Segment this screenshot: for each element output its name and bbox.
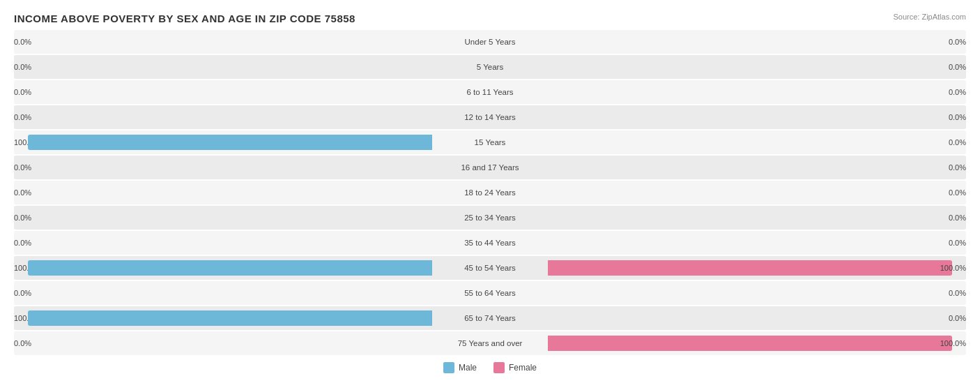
left-section: 100.0% (14, 306, 432, 330)
female-value: 0.0% (949, 38, 966, 46)
left-section: 0.0% (14, 206, 432, 230)
bar-row: 100.0% 45 to 54 Years 100.0% (14, 256, 966, 280)
left-section: 100.0% (14, 130, 432, 154)
left-section: 0.0% (14, 80, 432, 104)
bar-row: 0.0% 6 to 11 Years 0.0% (14, 80, 966, 104)
row-label: 6 to 11 Years (432, 88, 548, 96)
bar-row: 0.0% Under 5 Years 0.0% (14, 30, 966, 54)
row-label: 55 to 64 Years (432, 289, 548, 297)
bar-row: 0.0% 5 Years 0.0% (14, 55, 966, 79)
right-section: 0.0% (548, 130, 966, 154)
bar-row: 0.0% 25 to 34 Years 0.0% (14, 206, 966, 230)
chart-title: INCOME ABOVE POVERTY BY SEX AND AGE IN Z… (14, 13, 966, 24)
right-section: 0.0% (548, 206, 966, 230)
female-value: 0.0% (949, 213, 966, 222)
legend-female: Female (493, 362, 537, 373)
female-value: 0.0% (949, 63, 966, 71)
male-bar (28, 135, 432, 150)
male-value: 0.0% (14, 213, 31, 222)
row-label: Under 5 Years (432, 38, 548, 46)
left-section: 0.0% (14, 55, 432, 79)
bar-row: 0.0% 16 and 17 Years 0.0% (14, 156, 966, 179)
female-legend-label: Female (509, 363, 537, 373)
bar-row: 0.0% 55 to 64 Years 0.0% (14, 281, 966, 305)
row-label: 45 to 54 Years (432, 264, 548, 272)
bar-row: 100.0% 65 to 74 Years 0.0% (14, 306, 966, 330)
male-bar (28, 310, 432, 326)
left-section: 100.0% (14, 256, 432, 280)
female-bar (548, 336, 952, 351)
female-value: 0.0% (949, 138, 966, 147)
female-value: 0.0% (949, 163, 966, 172)
rows-area: 0.0% Under 5 Years 0.0% 0.0% 5 Years 0.0… (14, 30, 966, 355)
right-section: 100.0% (548, 256, 966, 280)
left-section: 0.0% (14, 231, 432, 255)
left-section: 0.0% (14, 331, 432, 355)
row-label: 35 to 44 Years (432, 239, 548, 247)
right-section: 0.0% (548, 105, 966, 129)
female-value: 0.0% (949, 188, 966, 197)
female-value: 0.0% (949, 314, 966, 322)
female-legend-box (493, 362, 505, 373)
row-label: 15 Years (432, 138, 548, 147)
right-section: 100.0% (548, 331, 966, 355)
left-section: 0.0% (14, 105, 432, 129)
row-label: 18 to 24 Years (432, 188, 548, 197)
row-label: 65 to 74 Years (432, 314, 548, 322)
left-section: 0.0% (14, 181, 432, 204)
right-section: 0.0% (548, 181, 966, 204)
row-label: 25 to 34 Years (432, 213, 548, 222)
female-value: 100.0% (940, 339, 966, 347)
male-value: 0.0% (14, 63, 31, 71)
right-section: 0.0% (548, 80, 966, 104)
legend: Male Female (14, 362, 966, 373)
male-value: 0.0% (14, 239, 31, 247)
right-section: 0.0% (548, 30, 966, 54)
male-value: 0.0% (14, 113, 31, 121)
male-value: 0.0% (14, 163, 31, 172)
male-value: 0.0% (14, 88, 31, 96)
left-section: 0.0% (14, 156, 432, 179)
right-section: 0.0% (548, 281, 966, 305)
row-label: 75 Years and over (432, 339, 548, 347)
row-label: 5 Years (432, 63, 548, 71)
bar-row: 100.0% 15 Years 0.0% (14, 130, 966, 154)
row-label: 12 to 14 Years (432, 113, 548, 121)
female-value: 0.0% (949, 239, 966, 247)
female-bar (548, 260, 952, 276)
female-value: 0.0% (949, 289, 966, 297)
right-section: 0.0% (548, 156, 966, 179)
chart-container: INCOME ABOVE POVERTY BY SEX AND AGE IN Z… (0, 0, 980, 390)
right-section: 0.0% (548, 55, 966, 79)
male-value: 0.0% (14, 38, 31, 46)
female-value: 0.0% (949, 113, 966, 121)
bar-row: 0.0% 18 to 24 Years 0.0% (14, 181, 966, 204)
male-value: 0.0% (14, 339, 31, 347)
left-section: 0.0% (14, 30, 432, 54)
bar-row: 0.0% 12 to 14 Years 0.0% (14, 105, 966, 129)
row-label: 16 and 17 Years (432, 163, 548, 172)
male-value: 0.0% (14, 188, 31, 197)
female-value: 0.0% (949, 88, 966, 96)
source-text: Source: ZipAtlas.com (893, 13, 966, 21)
right-section: 0.0% (548, 306, 966, 330)
female-value: 100.0% (940, 264, 966, 272)
bar-row: 0.0% 35 to 44 Years 0.0% (14, 231, 966, 255)
left-section: 0.0% (14, 281, 432, 305)
legend-male: Male (443, 362, 477, 373)
male-legend-label: Male (459, 363, 477, 373)
bar-row: 0.0% 75 Years and over 100.0% (14, 331, 966, 355)
male-value: 0.0% (14, 289, 31, 297)
male-bar (28, 260, 432, 276)
male-legend-box (443, 362, 454, 373)
right-section: 0.0% (548, 231, 966, 255)
